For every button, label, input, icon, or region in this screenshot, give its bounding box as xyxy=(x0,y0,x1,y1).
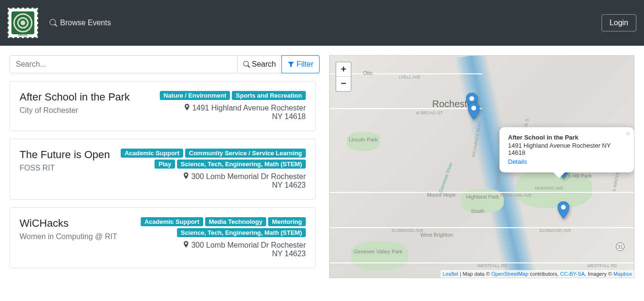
event-tag: Community Service / Service Learning xyxy=(185,149,306,158)
map-pin-icon xyxy=(183,172,189,179)
browse-events-label: Browse Events xyxy=(60,19,111,27)
zoom-in-button[interactable]: + xyxy=(336,62,351,77)
search-button[interactable]: Search xyxy=(238,55,282,73)
event-address: 300 Lomb Memorial Dr RochesterNY 14623 xyxy=(117,241,306,258)
main-content: Search Filter After School in the ParkCi… xyxy=(0,46,644,301)
map-pin-icon xyxy=(183,241,189,248)
event-tag: Nature / Environment xyxy=(160,91,230,100)
event-title: The Future is Open xyxy=(20,149,110,161)
search-icon xyxy=(50,19,57,27)
map-label: HIGHLAND AVE xyxy=(500,193,532,198)
map-label: MONROE AVE xyxy=(535,186,563,191)
map-label: LYELL AVE xyxy=(399,75,420,80)
svg-point-1 xyxy=(471,106,476,110)
map-label: West Brighton xyxy=(420,232,449,238)
event-tag: Science, Tech, Engineering, Math (STEM) xyxy=(177,160,306,169)
login-button[interactable]: Login xyxy=(602,14,636,31)
popup-title: After School in the Park xyxy=(508,134,623,141)
map-label: ELMWOOD AVE xyxy=(392,228,424,233)
event-card-left: After School in the ParkCity of Rocheste… xyxy=(20,91,130,121)
event-card-right: Academic SupportCommunity Service / Serv… xyxy=(110,149,306,190)
attribution-mapbox-link[interactable]: Mapbox xyxy=(613,271,632,277)
right-column: Rochester Otis LYELL AVE W BROAD ST Linc… xyxy=(329,55,634,291)
zoom-control: + − xyxy=(335,61,352,92)
event-card-right: Academic SupportMedia TechnologyMentorin… xyxy=(117,217,306,258)
event-tag: Mentoring xyxy=(268,217,306,226)
map-label: Highland Park xyxy=(466,194,499,200)
route-shield: 31 xyxy=(616,242,624,251)
event-tag: Academic Support xyxy=(121,149,183,158)
map-label: Otis xyxy=(363,70,373,76)
event-tags: Academic SupportMedia TechnologyMentorin… xyxy=(117,217,306,237)
map-marker[interactable] xyxy=(468,102,479,120)
event-tag: Media Technology xyxy=(205,217,266,226)
map-pin-icon xyxy=(184,104,190,110)
logo[interactable]: GRASA xyxy=(8,8,38,38)
event-address: 1491 Highland Avenue RochesterNY 14618 xyxy=(130,104,306,121)
attribution-leaflet-link[interactable]: Leaflet xyxy=(443,271,458,277)
event-card[interactable]: WiCHacksWomen in Computing @ RITAcademic… xyxy=(10,207,316,268)
event-card[interactable]: After School in the ParkCity of Rocheste… xyxy=(10,81,316,131)
map-attribution: Leaflet | Map data © OpenStreetMap contr… xyxy=(441,270,634,278)
event-tag: Play xyxy=(155,160,175,169)
attribution-text: | Map data © xyxy=(458,271,491,277)
popup-close-icon[interactable]: × xyxy=(626,130,630,138)
map-park-gvp xyxy=(351,241,408,270)
filter-icon xyxy=(288,61,294,68)
event-title: WiCHacks xyxy=(20,217,117,230)
map-label: WESTFALL RD xyxy=(587,263,617,268)
map-label: Mount Hope xyxy=(427,192,456,198)
svg-point-3 xyxy=(561,205,566,210)
map-marker[interactable] xyxy=(558,201,569,219)
zoom-out-button[interactable]: − xyxy=(336,77,351,91)
popup-details-link[interactable]: Details xyxy=(508,158,527,165)
road-elmwood xyxy=(330,227,634,228)
road-highland xyxy=(330,192,634,193)
map-label: Genesee Valley Park xyxy=(353,249,392,254)
event-org: FOSS RIT xyxy=(20,164,110,172)
event-tags: Academic SupportCommunity Service / Serv… xyxy=(110,149,306,169)
event-title: After School in the Park xyxy=(20,91,130,103)
browse-events-link[interactable]: Browse Events xyxy=(50,19,111,27)
map-popup: × After School in the Park 1491 Highland… xyxy=(499,127,634,172)
event-card[interactable]: The Future is OpenFOSS RITAcademic Suppo… xyxy=(10,139,316,200)
map-label: 's Hill Park xyxy=(567,173,592,179)
event-tag: Science, Tech, Engineering, Math (STEM) xyxy=(177,228,306,237)
event-tag: Academic Support xyxy=(141,217,203,226)
event-address-text: 300 Lomb Memorial Dr RochesterNY 14623 xyxy=(191,172,306,190)
map-label: ELMWOOD AVE xyxy=(540,228,571,233)
search-input[interactable] xyxy=(10,55,238,73)
event-address: 300 Lomb Memorial Dr RochesterNY 14623 xyxy=(110,172,306,190)
left-column: Search Filter After School in the ParkCi… xyxy=(10,55,320,291)
popup-address: 1491 Highland Avenue Rochester NY 14618 xyxy=(508,142,623,156)
attribution-text: , Imagery © xyxy=(585,271,613,277)
event-org: Women in Computing @ RIT xyxy=(20,232,117,241)
filter-button[interactable]: Filter xyxy=(281,55,320,73)
event-card-right: Nature / EnvironmentSports and Recreatio… xyxy=(130,91,306,121)
svg-point-0 xyxy=(469,96,474,101)
logo-text: GRASA xyxy=(18,34,28,37)
map-label: WESTFALL RD xyxy=(478,263,507,268)
filter-button-label: Filter xyxy=(296,60,313,69)
navbar-left: GRASA Browse Events xyxy=(8,8,111,38)
attribution-cc-link[interactable]: CC-BY-SA xyxy=(560,271,585,277)
event-address-text: 1491 Highland Avenue RochesterNY 14618 xyxy=(192,104,306,121)
search-icon xyxy=(243,61,250,68)
map-label: South xyxy=(471,208,485,214)
road-lyell xyxy=(330,73,482,74)
map-label: Lincoln Park xyxy=(349,137,378,142)
event-org: City of Rochester xyxy=(20,106,130,115)
map-label: W BROAD ST xyxy=(415,110,443,115)
event-list[interactable]: After School in the ParkCity of Rocheste… xyxy=(10,81,320,291)
event-tags: Nature / EnvironmentSports and Recreatio… xyxy=(130,91,306,100)
search-group: Search Filter xyxy=(10,55,320,73)
event-tag: Sports and Recreation xyxy=(232,91,306,100)
attribution-osm-link[interactable]: OpenStreetMap xyxy=(491,271,529,277)
event-card-left: The Future is OpenFOSS RIT xyxy=(20,149,110,190)
event-card-left: WiCHacksWomen in Computing @ RIT xyxy=(20,217,117,258)
attribution-text: contributors, xyxy=(529,271,561,277)
event-address-text: 300 Lomb Memorial Dr RochesterNY 14623 xyxy=(191,241,306,258)
search-button-label: Search xyxy=(252,60,276,69)
navbar: GRASA Browse Events Login xyxy=(0,0,644,46)
map[interactable]: Rochester Otis LYELL AVE W BROAD ST Linc… xyxy=(329,55,634,278)
